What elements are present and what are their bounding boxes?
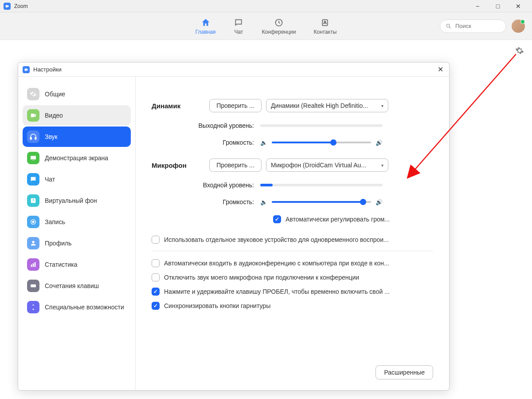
- clock-icon: [274, 17, 284, 28]
- headphones-icon: [27, 130, 39, 143]
- nav-tab-home[interactable]: Главная: [196, 17, 216, 35]
- auto-join-audio-checkbox[interactable]: [152, 259, 160, 267]
- sync-headset-checkbox[interactable]: [152, 302, 160, 310]
- keyboard-icon: [27, 280, 39, 292]
- chevron-down-icon: ▾: [381, 103, 383, 108]
- chevron-down-icon: ▾: [381, 163, 383, 168]
- divider: [152, 251, 433, 251]
- maximize-button[interactable]: □: [488, 0, 508, 12]
- svg-point-11: [32, 221, 34, 223]
- microphone-heading: Микрофон: [152, 162, 209, 169]
- volume-low-icon: 🔈: [260, 199, 267, 205]
- volume-low-icon: 🔈: [260, 139, 267, 146]
- microphone-volume-slider[interactable]: [272, 201, 371, 203]
- sync-headset-row: Синхронизировать кнопки гарнитуры: [152, 302, 433, 310]
- home-icon: [200, 17, 211, 28]
- search-box[interactable]: [440, 20, 506, 33]
- auto-adjust-volume-checkbox[interactable]: [273, 215, 281, 223]
- sidebar-item-video[interactable]: Видео: [23, 105, 131, 126]
- mute-mic-on-join-row: Отключить звук моего микрофона при подкл…: [152, 273, 433, 281]
- sidebar-item-audio[interactable]: Звук: [23, 126, 131, 147]
- search-input[interactable]: [455, 23, 501, 29]
- zoom-app-icon: [4, 3, 11, 10]
- chat-icon: [233, 17, 244, 28]
- spacebar-unmute-checkbox[interactable]: [152, 288, 160, 296]
- sidebar-item-share-screen[interactable]: Демонстрация экрана: [23, 148, 131, 168]
- spacebar-unmute-row: Нажмите и удерживайте клавишу ПРОБЕЛ, чт…: [152, 288, 433, 296]
- svg-point-9: [33, 199, 34, 201]
- settings-content: Динамик Проверить ... Динамики (Realtek …: [136, 77, 449, 390]
- svg-rect-16: [31, 284, 36, 288]
- mute-mic-on-join-checkbox[interactable]: [152, 273, 160, 281]
- sidebar-item-stats[interactable]: Статистика: [23, 254, 131, 275]
- modal-body: Общие Видео Звук Демонстрация экрана: [18, 77, 449, 390]
- share-screen-icon: [27, 152, 39, 164]
- zoom-app-icon: [23, 66, 30, 73]
- test-speaker-button[interactable]: Проверить ...: [209, 99, 262, 112]
- volume-high-icon: 🔊: [376, 139, 383, 146]
- search-icon: [446, 23, 452, 29]
- main-header: Главная Чат Конференции Контакты: [0, 12, 532, 40]
- sidebar-item-accessibility[interactable]: Специальные возможности: [23, 297, 131, 317]
- speaker-section: Динамик Проверить ... Динамики (Realtek …: [152, 99, 433, 146]
- sidebar-item-shortcuts[interactable]: Сочетания клавиш: [23, 276, 131, 296]
- auto-adjust-volume-row: Автоматически регулировать гром...: [152, 215, 433, 223]
- user-avatar[interactable]: [512, 20, 525, 33]
- header-right: [440, 20, 525, 33]
- speaker-heading: Динамик: [152, 102, 209, 110]
- chat-icon: [27, 173, 39, 186]
- nav-tab-meetings[interactable]: Конференции: [262, 17, 296, 35]
- volume-high-icon: 🔊: [376, 199, 383, 205]
- microphone-section: Микрофон Проверить ... Микрофон (DroidCa…: [152, 158, 433, 223]
- window-titlebar: Zoom − □ ✕: [0, 0, 532, 12]
- advanced-button[interactable]: Расширенные: [376, 365, 433, 379]
- video-icon: [27, 109, 39, 122]
- settings-modal: Настройки ✕ Общие Видео Звук: [18, 62, 450, 391]
- record-icon: [27, 216, 39, 228]
- svg-point-3: [446, 24, 450, 27]
- svg-rect-7: [31, 156, 36, 159]
- nav-tab-chat[interactable]: Чат: [233, 17, 244, 35]
- svg-rect-6: [35, 138, 36, 140]
- gear-icon: [27, 88, 39, 100]
- svg-point-17: [33, 304, 34, 306]
- gear-icon[interactable]: [515, 46, 524, 55]
- virtual-bg-icon: [27, 194, 39, 207]
- auto-join-audio-row: Автоматически входить в аудиоконференцию…: [152, 259, 433, 267]
- svg-point-2: [325, 21, 326, 22]
- close-button[interactable]: ✕: [508, 0, 528, 12]
- sidebar-item-profile[interactable]: Профиль: [23, 233, 131, 253]
- test-microphone-button[interactable]: Проверить ...: [209, 158, 262, 172]
- output-level-meter: [260, 124, 383, 127]
- svg-point-12: [32, 241, 34, 243]
- speaker-volume-slider[interactable]: [272, 142, 371, 143]
- nav-tabs: Главная Чат Конференции Контакты: [196, 17, 337, 35]
- modal-close-button[interactable]: ✕: [436, 65, 445, 74]
- output-level-label: Выходной уровень:: [152, 122, 260, 129]
- sidebar-item-chat[interactable]: Чат: [23, 169, 131, 190]
- accessibility-icon: [27, 301, 39, 313]
- settings-gear-wrapper: [515, 46, 524, 57]
- stats-icon: [27, 258, 39, 271]
- profile-icon: [27, 237, 39, 249]
- sidebar-item-recording[interactable]: Запись: [23, 212, 131, 232]
- window-title: Zoom: [14, 3, 467, 9]
- svg-rect-15: [35, 262, 36, 267]
- speaker-volume-label: Громкость:: [152, 139, 260, 146]
- separate-audio-device-row: Использовать отдельное звуковое устройст…: [152, 236, 433, 244]
- nav-tab-contacts[interactable]: Контакты: [313, 17, 336, 35]
- microphone-device-dropdown[interactable]: Микрофон (DroidCam Virtual Au... ▾: [266, 158, 388, 172]
- svg-rect-14: [33, 263, 34, 267]
- speaker-device-dropdown[interactable]: Динамики (Realtek High Definitio... ▾: [266, 99, 388, 112]
- input-level-label: Входной уровень:: [152, 182, 260, 189]
- minimize-button[interactable]: −: [467, 0, 488, 12]
- input-level-meter: [260, 184, 383, 186]
- svg-rect-5: [30, 138, 31, 140]
- svg-rect-13: [31, 265, 32, 267]
- sidebar-item-general[interactable]: Общие: [23, 84, 131, 104]
- separate-audio-device-checkbox[interactable]: [152, 236, 160, 244]
- modal-header: Настройки ✕: [18, 63, 449, 77]
- window-controls: − □ ✕: [467, 0, 528, 12]
- sidebar-item-virtual-bg[interactable]: Виртуальный фон: [23, 190, 131, 211]
- contacts-icon: [320, 17, 330, 28]
